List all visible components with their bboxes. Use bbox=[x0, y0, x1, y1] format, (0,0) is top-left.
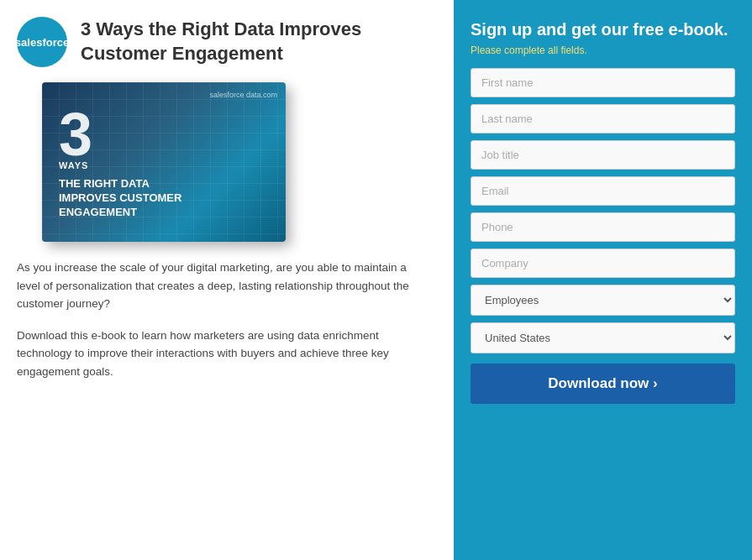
download-button[interactable]: Download now › bbox=[471, 364, 735, 404]
description-para2: Download this e-book to learn how market… bbox=[17, 327, 429, 381]
email-input[interactable] bbox=[471, 176, 735, 206]
salesforce-logo: salesforce bbox=[17, 17, 67, 67]
job-title-input[interactable] bbox=[471, 140, 735, 170]
country-select[interactable]: United States Canada United Kingdom Aust… bbox=[471, 322, 735, 353]
header: salesforce 3 Ways the Right Data Improve… bbox=[17, 17, 429, 67]
page-title: 3 Ways the Right Data Improves Customer … bbox=[81, 18, 429, 65]
logo-text: salesforce bbox=[15, 36, 69, 49]
form-headline: Sign up and get our free e-book. bbox=[471, 20, 735, 39]
book-brand: salesforce data.com bbox=[209, 91, 277, 99]
left-panel: salesforce 3 Ways the Right Data Improve… bbox=[0, 0, 454, 560]
page-wrapper: salesforce 3 Ways the Right Data Improve… bbox=[0, 0, 752, 560]
book-subtitle: THE RIGHT DATA IMPROVES CUSTOMER ENGAGEM… bbox=[59, 177, 193, 220]
book-number: 3 bbox=[59, 104, 92, 165]
employees-select[interactable]: Employees 1-10 11-50 51-200 201-500 501-… bbox=[471, 285, 735, 316]
book-image: 3 WAYS THE RIGHT DATA IMPROVES CUSTOMER … bbox=[42, 82, 286, 242]
description-para1: As you increase the scale of your digita… bbox=[17, 259, 429, 313]
last-name-input[interactable] bbox=[471, 104, 735, 133]
first-name-input[interactable] bbox=[471, 68, 735, 97]
company-input[interactable] bbox=[471, 249, 735, 278]
form-subtext: Please complete all fields. bbox=[471, 44, 735, 56]
right-panel: Sign up and get our free e-book. Please … bbox=[454, 0, 752, 560]
book-image-inner: 3 WAYS THE RIGHT DATA IMPROVES CUSTOMER … bbox=[42, 82, 286, 242]
phone-input[interactable] bbox=[471, 212, 735, 242]
